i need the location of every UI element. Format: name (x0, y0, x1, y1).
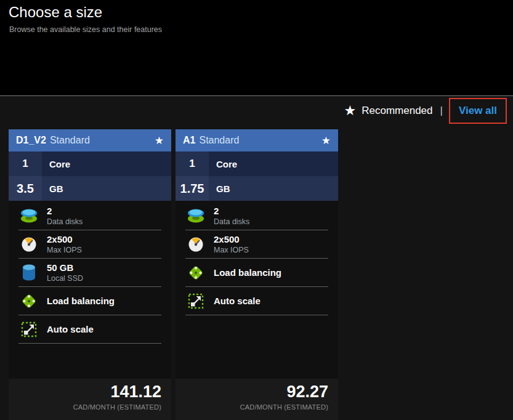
size-card-a1[interactable]: A1 Standard ★ 1 Core 1.75 GB 2 Data disk… (176, 129, 338, 420)
feature-value: Load balancing (214, 267, 281, 278)
memory-value: 1.75 (176, 176, 209, 201)
page-title: Choose a size (9, 4, 102, 21)
auto-scale-icon (18, 321, 39, 337)
data-disks-icon (18, 208, 39, 224)
feature-value: 2x500 (47, 234, 82, 245)
size-tier: Standard (50, 135, 90, 146)
cores-label: Core (42, 151, 70, 176)
price-footer: 92.27 CAD/MONTH (ESTIMATED) (176, 379, 338, 420)
auto-scale-icon (185, 293, 206, 309)
page-subtitle: Browse the available sizes and their fea… (9, 25, 162, 34)
feature-load-balancing: Load balancing (18, 287, 161, 315)
size-card-d1v2[interactable]: D1_V2 Standard ★ 1 Core 3.5 GB 2 Data di… (9, 129, 171, 420)
feature-value: 2 (47, 206, 83, 217)
recommended-star-icon: ★ (321, 135, 331, 146)
memory-row: 1.75 GB (176, 176, 338, 201)
price-unit: CAD/MONTH (ESTIMATED) (185, 403, 328, 411)
feature-value: 2 (214, 206, 249, 217)
recommended-star-icon: ★ (155, 135, 164, 146)
feature-max-iops: 2x500 Max IOPS (185, 230, 328, 259)
recommended-star-icon: ★ (344, 104, 357, 118)
cores-row: 1 Core (9, 151, 171, 176)
max-iops-icon (185, 236, 206, 252)
feature-value: Auto scale (47, 324, 94, 335)
size-card-header: A1 Standard ★ (176, 129, 338, 151)
feature-value: 2x500 (214, 234, 249, 245)
size-card-header: D1_V2 Standard ★ (9, 129, 171, 151)
load-balancing-icon (18, 293, 39, 310)
feature-label: Max IOPS (47, 246, 82, 254)
feature-data-disks: 2 Data disks (18, 202, 161, 230)
feature-label: Local SSD (47, 274, 83, 283)
feature-auto-scale: Auto scale (185, 287, 328, 315)
feature-value: Load balancing (47, 296, 115, 307)
size-name: A1 (183, 135, 195, 146)
feature-list: 2 Data disks 2x500 Max IOPS (9, 201, 171, 379)
cores-value: 1 (176, 151, 209, 176)
data-disks-icon (185, 208, 206, 224)
view-all-link[interactable]: View all (459, 105, 497, 116)
feature-auto-scale: Auto scale (18, 315, 161, 344)
view-all-annotation-box[interactable]: View all (449, 98, 507, 124)
price-amount: 92.27 (185, 382, 328, 402)
load-balancing-icon (185, 264, 206, 281)
feature-list: 2 Data disks 2x500 Max IOPS (176, 201, 338, 379)
max-iops-icon (18, 236, 39, 252)
cores-value: 1 (9, 151, 42, 176)
feature-value: Auto scale (214, 296, 261, 307)
feature-local-ssd: 50 GB Local SSD (18, 259, 161, 287)
toolbar-separator: | (440, 105, 443, 117)
memory-row: 3.5 GB (9, 176, 171, 201)
memory-value: 3.5 (9, 176, 42, 201)
feature-label: Max IOPS (214, 246, 249, 254)
price-unit: CAD/MONTH (ESTIMATED) (18, 403, 161, 411)
size-name: D1_V2 (16, 135, 46, 146)
recommended-label: Recommended (362, 105, 432, 117)
feature-value: 50 GB (47, 262, 83, 273)
feature-load-balancing: Load balancing (185, 259, 328, 287)
cores-row: 1 Core (176, 151, 338, 176)
memory-label: GB (42, 176, 63, 201)
cores-label: Core (209, 151, 237, 176)
memory-label: GB (209, 176, 230, 201)
price-amount: 141.12 (18, 382, 161, 402)
size-filter-toolbar: ★ Recommended | View all (344, 96, 507, 126)
feature-label: Data disks (47, 217, 83, 226)
feature-data-disks: 2 Data disks (185, 202, 328, 230)
local-ssd-icon (18, 264, 39, 281)
feature-label: Data disks (214, 217, 249, 226)
price-footer: 141.12 CAD/MONTH (ESTIMATED) (9, 379, 171, 420)
size-tier: Standard (199, 135, 239, 146)
feature-max-iops: 2x500 Max IOPS (18, 230, 161, 259)
